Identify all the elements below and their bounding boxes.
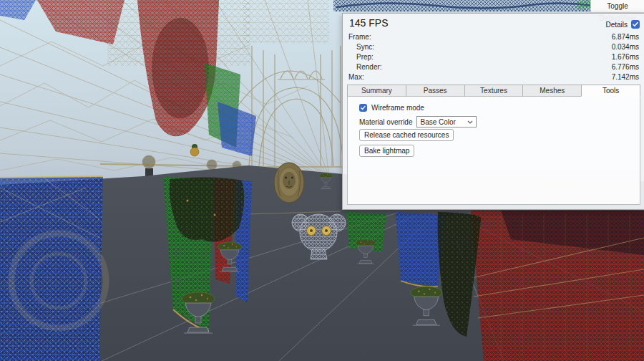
toggle-debugview-button[interactable]: Toggle DebugView <box>590 0 644 13</box>
curtain-red-right <box>471 211 644 361</box>
check-icon <box>361 105 366 110</box>
material-override-select[interactable]: Base Color <box>416 116 477 127</box>
ivy-foliage-center <box>170 177 244 241</box>
chevron-down-icon <box>467 120 473 124</box>
wireframe-mesh-patch-2 <box>243 0 329 43</box>
fps-counter: 145 FPS <box>349 17 388 29</box>
material-override-value: Base Color <box>420 118 455 126</box>
tab-tools[interactable]: Tools <box>581 85 640 97</box>
stat-row-frame: Frame: 6.874ms <box>348 32 639 42</box>
tab-textures[interactable]: Textures <box>464 85 524 97</box>
stat-row-max: Max: 7.142ms <box>348 72 639 82</box>
stat-row-prep: Prep: 1.676ms <box>348 52 639 62</box>
tools-tab-content: Wireframe mode Material override Base Co… <box>347 96 640 205</box>
material-override-row: Material override Base Color <box>359 116 477 127</box>
wireframe-mode-label: Wireframe mode <box>371 104 424 112</box>
bake-lightmap-button[interactable]: Bake lightmap <box>359 145 414 157</box>
lion-head <box>274 163 304 203</box>
app-window: Toggle DebugView 145 FPS Details Frame: … <box>0 0 644 361</box>
material-override-label: Material override <box>359 118 412 126</box>
tab-summary[interactable]: Summary <box>347 85 406 97</box>
frame-stats: Frame: 6.874ms Sync: 0.034ms Prep: 1.676… <box>348 32 639 82</box>
debug-tabs: Summary Passes Textures Meshes Tools <box>347 85 640 97</box>
tab-passes[interactable]: Passes <box>406 85 465 97</box>
details-checkbox[interactable] <box>631 20 640 29</box>
tab-meshes[interactable]: Meshes <box>522 85 582 97</box>
stat-row-render: Render: 6.776ms <box>348 62 639 72</box>
details-label: Details <box>605 21 628 29</box>
stat-row-sync: Sync: 0.034ms <box>348 42 639 52</box>
banner-blue-below-panel <box>396 212 445 287</box>
check-icon <box>633 21 638 27</box>
wireframe-mode-toggle[interactable]: Wireframe mode <box>359 104 424 112</box>
top-navy-wireframe <box>333 0 595 11</box>
debug-panel: 145 FPS Details Frame: 6.874ms Sync: 0.0… <box>342 13 644 210</box>
curtain-blue-left <box>0 176 106 361</box>
wireframe-checkbox[interactable] <box>359 104 367 112</box>
details-toggle[interactable]: Details <box>605 20 640 29</box>
release-cached-resources-button[interactable]: Release cached resources <box>359 129 454 141</box>
